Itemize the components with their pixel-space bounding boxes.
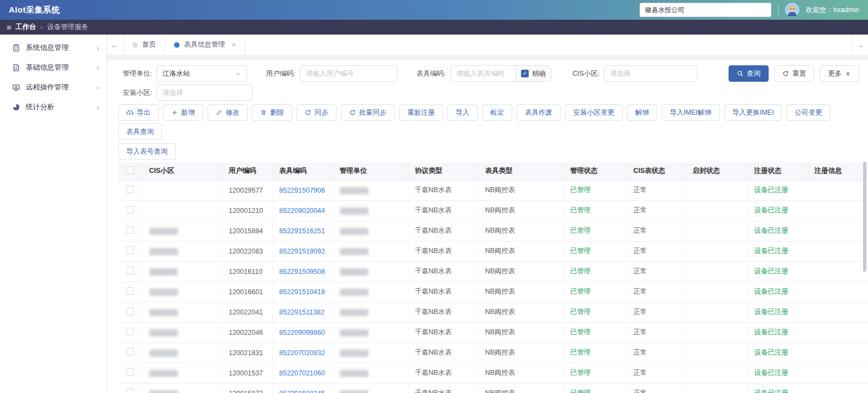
user-code-input[interactable] [300,65,397,82]
action-button-公司变更[interactable]: 公司变更 [786,104,830,121]
cell-meter-code[interactable]: 852291508345 [272,383,333,393]
sidebar-item-4[interactable]: 统计分析› [0,97,107,117]
cell-cis-community [142,383,222,393]
action-button-新增[interactable]: 新增 [163,104,203,121]
action-button-重新注册[interactable]: 重新注册 [399,104,443,121]
cell-management-status: 已管理 [563,343,626,363]
cell-cis-community [142,200,222,221]
cell-cis-meter-status: 正常 [626,343,686,363]
cell-registration-info [808,241,868,261]
action-button-表具查询[interactable]: 表具查询 [118,123,162,140]
row-checkbox[interactable] [126,206,134,214]
query-button[interactable]: 查询 [729,65,769,82]
cell-meter-code[interactable]: 852207020832 [272,343,333,363]
tab-scroll-left-icon[interactable]: ← [107,35,124,55]
table-row: 120001537852207021060千嘉NB水表NB阀控表已管理正常设备已… [118,363,868,383]
action-button-解绑[interactable]: 解绑 [627,104,657,121]
cis-community-input[interactable] [604,65,697,82]
cell-meter-type: NB阀控表 [478,363,563,383]
redacted-text [340,390,368,393]
sidebar-item-label: 远程操作管理 [26,82,69,92]
avatar-icon [785,3,799,17]
table-header-row: CIS小区用户编码表具编码管理单位协议类型表具类型管理状态CIS表状态启封状态注… [118,162,868,180]
row-checkbox[interactable] [126,287,134,295]
action-button-label: 新增 [181,108,195,117]
action-button-表具作废[interactable]: 表具作废 [517,104,561,121]
action-button-导出[interactable]: 导出 [118,104,159,121]
action-button-label: 同步 [315,108,328,117]
tab-1[interactable]: 首页 [124,35,165,55]
cell-meter-code[interactable]: 852207021060 [272,363,333,383]
tab-scroll-right-icon[interactable]: → [852,35,868,55]
row-checkbox[interactable] [126,348,134,356]
action-button-安装小区变更[interactable]: 安装小区变更 [565,104,623,121]
row-checkbox[interactable] [126,246,134,254]
vertical-scrollbar-thumb[interactable] [863,162,866,272]
cell-seal-status [686,241,747,261]
meter-code-input[interactable] [451,66,516,81]
row-checkbox[interactable] [126,389,134,393]
action-button-检定[interactable]: 检定 [482,104,512,121]
cell-meter-code[interactable]: 852291516251 [272,221,333,241]
select-all-checkbox[interactable] [126,166,134,174]
user-avatar[interactable] [785,3,799,17]
action-button-导入IMEI解绑[interactable]: 导入IMEI解绑 [662,104,720,121]
filter-cis-community: CIS小区: [565,65,697,82]
cell-meter-code[interactable]: 852291519092 [272,241,333,261]
cell-registration-info [808,261,868,282]
column-header: 表具编码 [272,162,333,180]
cell-cis-community [142,180,222,200]
action-button-删除[interactable]: 删除 [252,104,292,121]
reset-button[interactable]: 重置 [774,65,814,82]
action-button-导入更换IMEI[interactable]: 导入更换IMEI [724,104,782,121]
cell-meter-code[interactable]: 852209099860 [272,322,333,343]
clipboard-icon [12,44,20,52]
cell-registration-status: 设备已注册 [747,180,808,200]
sidebar-item-3[interactable]: 远程操作管理› [0,77,107,97]
sidebar-item-1[interactable]: 系统信息管理› [0,38,107,58]
sidebar-item-2[interactable]: 基础信息管理› [0,58,107,77]
cell-meter-code[interactable]: 852291507906 [272,180,333,200]
cell-meter-type: NB阀控表 [478,302,563,322]
cell-registration-info [808,200,868,221]
tab-2[interactable]: 表具信息管理× [165,35,245,55]
company-search-input[interactable] [640,3,771,17]
cell-cis-meter-status: 正常 [626,261,686,282]
redacted-text [149,370,178,377]
column-header: 协议类型 [408,162,478,180]
row-checkbox[interactable] [126,186,134,193]
row-checkbox[interactable] [126,368,134,376]
cell-protocol-type: 千嘉NB水表 [408,302,478,322]
cell-checkbox [118,322,142,343]
exact-match-label: 精确 [532,69,546,78]
install-community-input[interactable] [156,85,253,101]
hamburger-icon[interactable]: ≡ [7,23,11,32]
filter-row-2: 安装小区: [118,85,868,101]
row-checkbox[interactable] [126,267,134,274]
cell-user-code: 120016601 [222,282,272,302]
tab-label: 首页 [142,40,156,49]
cell-meter-code[interactable]: 852291511382 [272,302,333,322]
row-checkbox[interactable] [126,307,134,315]
action-button-导入表号查询[interactable]: 导入表号查询 [118,143,176,160]
tab-status-dot [132,42,138,48]
cell-meter-code[interactable]: 852291509508 [272,261,333,282]
breadcrumb-workbench[interactable]: 工作台 [15,23,36,32]
action-button-修改[interactable]: 修改 [208,104,248,121]
exact-match-checkbox[interactable]: ✓ [521,70,529,77]
cell-meter-type: NB阀控表 [478,383,563,393]
cell-registration-info [808,180,868,200]
cell-meter-code[interactable]: 852291510418 [272,282,333,302]
row-checkbox[interactable] [126,328,134,335]
more-button[interactable]: 更多 [820,65,859,82]
close-icon[interactable]: × [232,41,236,49]
action-button-同步[interactable]: 同步 [296,104,337,121]
management-unit-select[interactable]: 江洛水站 [156,65,247,82]
row-checkbox[interactable] [126,226,134,234]
action-button-批量同步[interactable]: 批量同步 [341,104,395,121]
cell-registration-info [808,221,868,241]
cell-registration-info [808,363,868,383]
cell-meter-code[interactable]: 852209020044 [272,200,333,221]
cell-management-unit [333,302,408,322]
action-button-导入[interactable]: 导入 [447,104,478,121]
